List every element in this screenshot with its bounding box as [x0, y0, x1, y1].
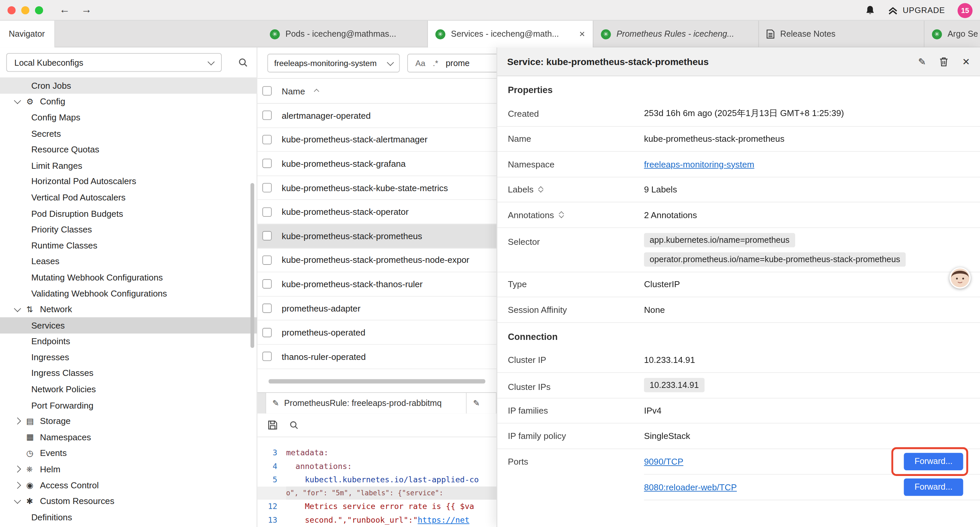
sidebar-item-mutating-webhook-configurations[interactable]: Mutating Webhook Configurations — [0, 269, 258, 285]
sidebar-item-pod-disruption-budgets[interactable]: Pod Disruption Budgets — [0, 205, 258, 221]
chevron-down-icon[interactable] — [15, 307, 26, 310]
expand-toggle-icon[interactable] — [539, 187, 543, 191]
list-search-input[interactable]: Aa .* prome — [407, 54, 497, 72]
row-checkbox[interactable] — [262, 183, 272, 193]
sidebar-item-limit-ranges[interactable]: Limit Ranges — [0, 158, 258, 174]
editor-search-icon[interactable] — [289, 420, 299, 430]
tab-pods-icecheng-mathmas[interactable]: ✳Pods - icecheng@mathmas... — [262, 21, 428, 48]
horizontal-scrollbar[interactable] — [269, 379, 485, 384]
row-checkbox[interactable] — [262, 207, 272, 217]
table-row[interactable]: kube-prometheus-stack-prometheus — [258, 224, 497, 248]
tab-argo-se[interactable]: ✳Argo Se — [924, 21, 980, 48]
delete-trash-icon[interactable] — [940, 56, 948, 66]
match-case-toggle[interactable]: Aa — [415, 58, 425, 68]
row-checkbox[interactable] — [262, 231, 272, 240]
zoom-window-button[interactable] — [35, 6, 43, 14]
port-link[interactable]: 9090/TCP — [644, 456, 684, 466]
kubeconfig-select[interactable]: Local Kubeconfigs — [6, 53, 222, 72]
row-checkbox[interactable] — [262, 159, 272, 169]
sidebar-item-validating-webhook-configurations[interactable]: Validating Webhook Configurations — [0, 285, 258, 301]
tab-prometheus-rules-icecheng[interactable]: ✳Prometheus Rules - icecheng... — [593, 21, 759, 48]
sidebar-item-network-policies[interactable]: Network Policies — [0, 381, 258, 397]
table-row[interactable]: kube-prometheus-stack-alertmanager — [258, 128, 497, 152]
table-row[interactable]: prometheus-adapter — [258, 296, 497, 320]
back-icon[interactable]: ← — [59, 4, 70, 16]
sidebar-item-vertical-pod-autoscalers[interactable]: Vertical Pod Autoscalers — [0, 189, 258, 205]
service-name: kube-prometheus-stack-operator — [282, 207, 409, 217]
table-row[interactable]: kube-prometheus-stack-kube-state-metrics — [258, 176, 497, 200]
tab-services-icecheng-math[interactable]: ✳Services - icecheng@math...✕ — [428, 21, 593, 48]
minimize-window-button[interactable] — [21, 6, 29, 14]
row-checkbox[interactable] — [262, 111, 272, 120]
table-row[interactable]: kube-prometheus-stack-prometheus-node-ex… — [258, 248, 497, 272]
sidebar-item-leases[interactable]: Leases — [0, 253, 258, 269]
row-checkbox[interactable] — [262, 135, 272, 144]
close-window-button[interactable] — [7, 6, 15, 14]
row-checkbox[interactable] — [262, 328, 272, 337]
sidebar-item-horizontal-pod-autoscalers[interactable]: Horizontal Pod Autoscalers — [0, 174, 258, 189]
save-icon[interactable] — [267, 420, 278, 430]
sidebar-item-custom-resources[interactable]: ✱Custom Resources — [0, 493, 258, 509]
tab-release-notes[interactable]: Release Notes — [759, 21, 924, 48]
forward-icon[interactable]: → — [81, 4, 92, 16]
select-all-checkbox[interactable] — [262, 86, 272, 96]
expand-toggle-icon[interactable] — [560, 212, 563, 217]
sidebar-search-icon[interactable] — [238, 57, 248, 67]
chevron-down-icon[interactable] — [15, 100, 26, 103]
forward-button[interactable]: Forward... — [904, 453, 963, 470]
tab-navigator[interactable]: Navigator — [0, 21, 55, 48]
editor-tab-partial[interactable]: ✎ — [467, 393, 497, 414]
sidebar-item-config[interactable]: ⚙Config — [0, 93, 258, 110]
editor-tab-prometheusrule[interactable]: ✎ PrometheusRule: freeleaps-prod-rabbitm… — [266, 393, 467, 414]
row-checkbox[interactable] — [262, 304, 272, 313]
sidebar-item-storage[interactable]: ▤Storage — [0, 413, 258, 429]
table-row[interactable]: kube-prometheus-stack-operator — [258, 200, 497, 224]
notification-count-badge[interactable]: 15 — [958, 3, 973, 18]
sidebar-item-helm[interactable]: ⎈Helm — [0, 461, 258, 477]
sidebar-item-network[interactable]: ⇅Network — [0, 301, 258, 317]
sidebar-item-events[interactable]: ◷Events — [0, 445, 258, 461]
close-tab-icon[interactable]: ✕ — [579, 30, 585, 38]
notifications-bell-icon[interactable] — [865, 5, 875, 16]
close-icon[interactable]: ✕ — [963, 56, 970, 67]
sidebar-item-secrets[interactable]: Secrets — [0, 126, 258, 142]
sidebar-item-cron-jobs[interactable]: Cron Jobs — [0, 77, 258, 93]
table-row[interactable]: prometheus-operated — [258, 320, 497, 345]
namespace-link[interactable]: freeleaps-monitoring-system — [644, 159, 754, 169]
sidebar-item-config-maps[interactable]: Config Maps — [0, 110, 258, 126]
regex-toggle[interactable]: .* — [433, 58, 438, 68]
table-row[interactable]: kube-prometheus-stack-thanos-ruler — [258, 272, 497, 296]
sidebar-item-namespaces[interactable]: ▦Namespaces — [0, 429, 258, 445]
sidebar-item-access-control[interactable]: ◉Access Control — [0, 477, 258, 493]
port-link[interactable]: 8080:reloader-web/TCP — [644, 482, 737, 492]
namespace-filter-select[interactable]: freeleaps-monitoring-system — [267, 54, 399, 72]
chevron-right-icon[interactable] — [15, 482, 26, 488]
sidebar-item-priority-classes[interactable]: Priority Classes — [0, 221, 258, 237]
row-checkbox[interactable] — [262, 255, 272, 265]
row-checkbox[interactable] — [262, 352, 272, 361]
upgrade-button[interactable]: UPGRADE — [888, 5, 945, 15]
table-row[interactable]: alertmanager-operated — [258, 104, 497, 128]
sidebar-item-definitions[interactable]: Definitions — [0, 509, 258, 525]
floating-avatar[interactable] — [949, 267, 970, 288]
chevron-right-icon[interactable] — [15, 419, 26, 424]
sidebar-item-resource-quotas[interactable]: Resource Quotas — [0, 142, 258, 158]
yaml-editor[interactable]: 3metadata:4 annotations:5 kubectl.kubern… — [258, 437, 497, 527]
table-row[interactable]: thanos-ruler-operated — [258, 345, 497, 369]
forward-button[interactable]: Forward... — [904, 478, 963, 495]
sidebar-item-services[interactable]: Services — [0, 317, 258, 333]
sidebar-item-ingress-classes[interactable]: Ingress Classes — [0, 365, 258, 381]
sidebar-item-endpoints[interactable]: Endpoints — [0, 333, 258, 349]
chevron-down-icon[interactable] — [15, 500, 26, 503]
sidebar-scrollbar[interactable] — [250, 183, 254, 348]
sidebar-item-runtime-classes[interactable]: Runtime Classes — [0, 237, 258, 253]
table-row[interactable]: kube-prometheus-stack-grafana — [258, 152, 497, 176]
edit-icon[interactable]: ✎ — [918, 56, 926, 67]
sort-ascending-icon[interactable] — [314, 89, 319, 94]
name-column-header[interactable]: Name — [282, 86, 305, 96]
code-token: o", "for": "5m", "labels": {"service": — [286, 489, 443, 497]
sidebar-item-ingresses[interactable]: Ingresses — [0, 349, 258, 365]
chevron-right-icon[interactable] — [15, 466, 26, 471]
sidebar-item-port-forwarding[interactable]: Port Forwarding — [0, 397, 258, 413]
row-checkbox[interactable] — [262, 280, 272, 289]
